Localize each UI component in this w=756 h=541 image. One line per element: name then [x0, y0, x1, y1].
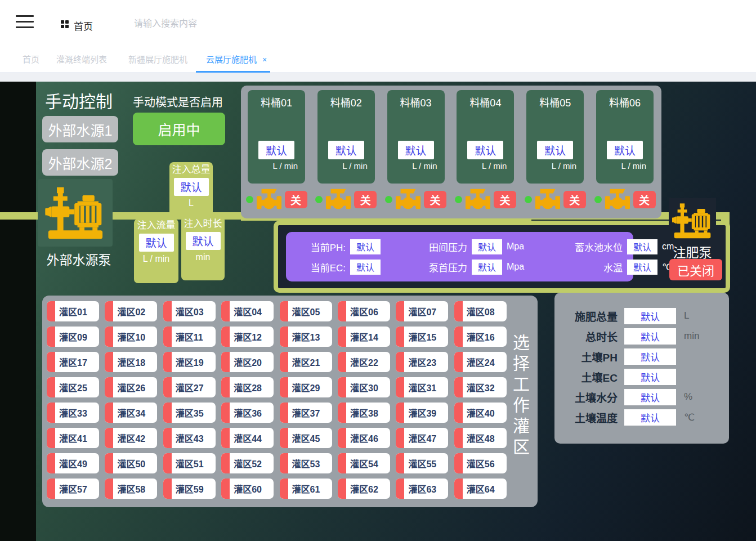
injection-duration-input[interactable]: [186, 232, 221, 250]
injection-flow-input[interactable]: [139, 234, 174, 252]
soil-row-input[interactable]: [624, 369, 676, 385]
zone-button[interactable]: 灌区04: [221, 301, 274, 321]
zone-button[interactable]: 灌区25: [47, 377, 99, 397]
soil-row-input[interactable]: [624, 409, 676, 426]
external-source2-button[interactable]: 外部水源2: [42, 149, 118, 176]
zone-button[interactable]: 灌区30: [338, 377, 390, 397]
injection-total-input[interactable]: [174, 178, 209, 196]
zone-button[interactable]: 灌区37: [280, 403, 332, 423]
zone-button[interactable]: 灌区39: [396, 403, 448, 423]
zone-button[interactable]: 灌区53: [280, 453, 332, 473]
zone-button[interactable]: 灌区45: [280, 428, 332, 448]
zone-button[interactable]: 灌区09: [47, 327, 99, 347]
zone-button[interactable]: 灌区35: [163, 403, 216, 423]
zone-button[interactable]: 灌区32: [454, 377, 507, 397]
tab-cloud-machine[interactable]: 云展厅施肥机×: [206, 53, 267, 65]
zone-button[interactable]: 灌区11: [163, 327, 216, 347]
zone-button[interactable]: 灌区21: [280, 352, 332, 372]
zone-button[interactable]: 灌区28: [221, 377, 274, 397]
zone-button[interactable]: 灌区54: [338, 453, 390, 473]
tab-close-icon[interactable]: ×: [262, 55, 267, 64]
zone-button[interactable]: 灌区13: [280, 327, 332, 347]
zone-button[interactable]: 灌区07: [396, 301, 448, 321]
soil-row-input[interactable]: [624, 348, 676, 365]
zone-button[interactable]: 灌区05: [280, 301, 332, 321]
zone-button[interactable]: 灌区61: [280, 479, 332, 499]
manual-mode-enabled-button[interactable]: 启用中: [133, 113, 225, 145]
current-ec-value[interactable]: [350, 260, 381, 275]
zone-button[interactable]: 灌区50: [105, 453, 157, 473]
soil-row-input[interactable]: [624, 389, 676, 405]
bucket-flow-input[interactable]: [328, 141, 364, 159]
zone-button[interactable]: 灌区23: [396, 352, 448, 372]
valve-close-button[interactable]: 关: [354, 191, 377, 208]
zone-button[interactable]: 灌区47: [396, 428, 448, 448]
zone-button[interactable]: 灌区55: [396, 453, 448, 473]
zone-button[interactable]: 灌区26: [105, 377, 157, 397]
zone-button[interactable]: 灌区29: [280, 377, 332, 397]
reservoir-level-value[interactable]: [627, 239, 657, 254]
bucket-flow-input[interactable]: [537, 141, 573, 159]
zone-button[interactable]: 灌区17: [47, 352, 99, 372]
zone-button[interactable]: 灌区49: [47, 453, 99, 473]
field-pressure-value[interactable]: [472, 239, 502, 254]
zone-button[interactable]: 灌区24: [454, 352, 507, 372]
zone-button[interactable]: 灌区27: [163, 377, 216, 397]
soil-row-input[interactable]: [624, 328, 676, 345]
zone-button[interactable]: 灌区60: [221, 479, 274, 499]
zone-button[interactable]: 灌区14: [338, 327, 390, 347]
zone-button[interactable]: 灌区44: [221, 428, 274, 448]
zone-button[interactable]: 灌区15: [396, 327, 448, 347]
zone-button[interactable]: 灌区56: [454, 453, 507, 473]
zone-button[interactable]: 灌区36: [221, 403, 274, 423]
valve-close-button[interactable]: 关: [424, 191, 446, 208]
zone-button[interactable]: 灌区20: [221, 352, 274, 372]
zone-button[interactable]: 灌区38: [338, 403, 390, 423]
tab-home[interactable]: 首页: [23, 53, 39, 65]
tab-terminal-list[interactable]: 灌溉终端列表: [56, 53, 107, 65]
zone-button[interactable]: 灌区59: [163, 479, 216, 499]
zone-button[interactable]: 灌区41: [47, 428, 99, 448]
water-temp-value[interactable]: [627, 260, 657, 275]
zone-button[interactable]: 灌区57: [47, 479, 99, 499]
zone-button[interactable]: 灌区03: [163, 301, 216, 321]
tab-xinjiang-machine[interactable]: 新疆展厅施肥机: [128, 53, 187, 65]
breadcrumb-home[interactable]: 首页: [74, 19, 93, 33]
valve-close-button[interactable]: 关: [563, 191, 586, 208]
zone-button[interactable]: 灌区62: [338, 479, 390, 499]
zone-button[interactable]: 灌区63: [396, 479, 448, 499]
valve-close-button[interactable]: 关: [633, 191, 656, 208]
zone-button[interactable]: 灌区19: [163, 352, 216, 372]
zone-button[interactable]: 灌区46: [338, 428, 390, 448]
zone-button[interactable]: 灌区31: [396, 377, 448, 397]
zone-button[interactable]: 灌区06: [338, 301, 390, 321]
zone-button[interactable]: 灌区51: [163, 453, 216, 473]
search-input[interactable]: [134, 17, 280, 30]
bucket-flow-input[interactable]: [467, 141, 503, 159]
fertilizer-pump-state-button[interactable]: 已关闭: [669, 259, 722, 280]
zone-button[interactable]: 灌区01: [47, 301, 99, 321]
zone-button[interactable]: 灌区10: [105, 327, 157, 347]
hamburger-menu-icon[interactable]: [16, 15, 34, 29]
bucket-flow-input[interactable]: [607, 141, 643, 159]
zone-button[interactable]: 灌区16: [454, 327, 507, 347]
zone-button[interactable]: 灌区52: [221, 453, 274, 473]
zone-button[interactable]: 灌区58: [105, 479, 157, 499]
zone-button[interactable]: 灌区64: [454, 479, 507, 499]
zone-button[interactable]: 灌区48: [454, 428, 507, 448]
zone-button[interactable]: 灌区43: [163, 428, 216, 448]
bucket-flow-input[interactable]: [258, 141, 294, 159]
apps-grid-icon[interactable]: [61, 20, 69, 29]
zone-button[interactable]: 灌区33: [47, 403, 99, 423]
current-ph-value[interactable]: [350, 239, 381, 254]
valve-close-button[interactable]: 关: [494, 191, 516, 208]
external-source1-button[interactable]: 外部水源1: [42, 116, 118, 142]
zone-button[interactable]: 灌区12: [221, 327, 274, 347]
pump-head-pressure-value[interactable]: [472, 260, 502, 275]
zone-button[interactable]: 灌区42: [105, 428, 157, 448]
zone-button[interactable]: 灌区22: [338, 352, 390, 372]
zone-button[interactable]: 灌区02: [105, 301, 157, 321]
bucket-flow-input[interactable]: [398, 141, 434, 159]
zone-button[interactable]: 灌区18: [105, 352, 157, 372]
zone-button[interactable]: 灌区40: [454, 403, 507, 423]
